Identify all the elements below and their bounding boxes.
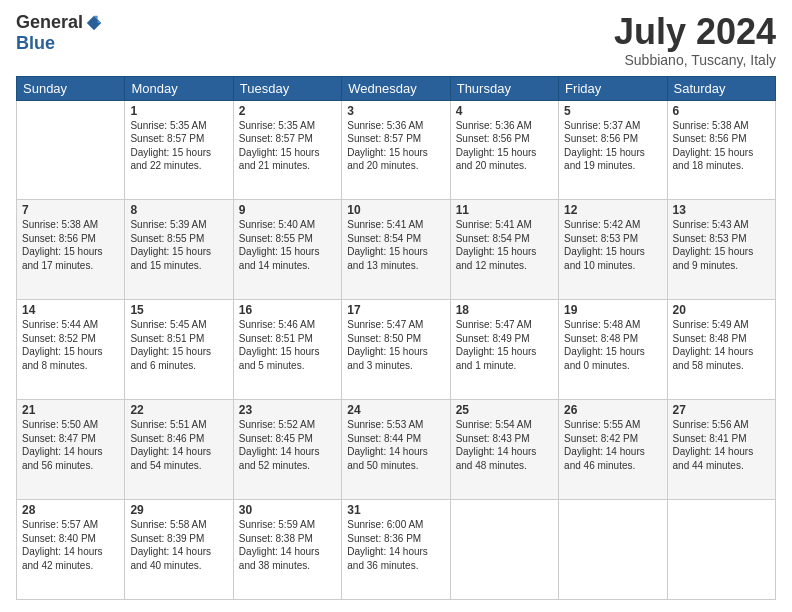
calendar-cell: 21Sunrise: 5:50 AMSunset: 8:47 PMDayligh…: [17, 400, 125, 500]
day-info: Sunrise: 5:43 AMSunset: 8:53 PMDaylight:…: [673, 218, 770, 272]
logo: General Blue: [16, 12, 103, 54]
day-number: 28: [22, 503, 119, 517]
day-number: 20: [673, 303, 770, 317]
day-number: 23: [239, 403, 336, 417]
day-info: Sunrise: 5:49 AMSunset: 8:48 PMDaylight:…: [673, 318, 770, 372]
day-info: Sunrise: 5:53 AMSunset: 8:44 PMDaylight:…: [347, 418, 444, 472]
day-number: 22: [130, 403, 227, 417]
day-number: 4: [456, 104, 553, 118]
calendar-cell: [667, 500, 775, 600]
day-info: Sunrise: 5:59 AMSunset: 8:38 PMDaylight:…: [239, 518, 336, 572]
day-info: Sunrise: 5:41 AMSunset: 8:54 PMDaylight:…: [347, 218, 444, 272]
day-info: Sunrise: 5:38 AMSunset: 8:56 PMDaylight:…: [673, 119, 770, 173]
day-info: Sunrise: 5:46 AMSunset: 8:51 PMDaylight:…: [239, 318, 336, 372]
calendar-cell: 29Sunrise: 5:58 AMSunset: 8:39 PMDayligh…: [125, 500, 233, 600]
day-info: Sunrise: 5:51 AMSunset: 8:46 PMDaylight:…: [130, 418, 227, 472]
calendar-cell: [17, 100, 125, 200]
day-info: Sunrise: 5:36 AMSunset: 8:56 PMDaylight:…: [456, 119, 553, 173]
day-number: 17: [347, 303, 444, 317]
day-number: 15: [130, 303, 227, 317]
day-number: 31: [347, 503, 444, 517]
day-number: 27: [673, 403, 770, 417]
day-info: Sunrise: 5:58 AMSunset: 8:39 PMDaylight:…: [130, 518, 227, 572]
calendar-cell: [559, 500, 667, 600]
calendar-cell: 31Sunrise: 6:00 AMSunset: 8:36 PMDayligh…: [342, 500, 450, 600]
day-number: 1: [130, 104, 227, 118]
page: General Blue July 2024 Subbiano, Tuscany…: [0, 0, 792, 612]
month-year: July 2024: [614, 12, 776, 52]
day-info: Sunrise: 5:36 AMSunset: 8:57 PMDaylight:…: [347, 119, 444, 173]
calendar-cell: 15Sunrise: 5:45 AMSunset: 8:51 PMDayligh…: [125, 300, 233, 400]
weekday-header-tuesday: Tuesday: [233, 76, 341, 100]
weekday-header-wednesday: Wednesday: [342, 76, 450, 100]
calendar-cell: 4Sunrise: 5:36 AMSunset: 8:56 PMDaylight…: [450, 100, 558, 200]
day-info: Sunrise: 5:44 AMSunset: 8:52 PMDaylight:…: [22, 318, 119, 372]
day-info: Sunrise: 5:52 AMSunset: 8:45 PMDaylight:…: [239, 418, 336, 472]
day-info: Sunrise: 5:40 AMSunset: 8:55 PMDaylight:…: [239, 218, 336, 272]
calendar-cell: 30Sunrise: 5:59 AMSunset: 8:38 PMDayligh…: [233, 500, 341, 600]
day-info: Sunrise: 6:00 AMSunset: 8:36 PMDaylight:…: [347, 518, 444, 572]
weekday-header-friday: Friday: [559, 76, 667, 100]
day-number: 25: [456, 403, 553, 417]
calendar-cell: 19Sunrise: 5:48 AMSunset: 8:48 PMDayligh…: [559, 300, 667, 400]
calendar-week-row: 14Sunrise: 5:44 AMSunset: 8:52 PMDayligh…: [17, 300, 776, 400]
calendar-week-row: 21Sunrise: 5:50 AMSunset: 8:47 PMDayligh…: [17, 400, 776, 500]
calendar-cell: 7Sunrise: 5:38 AMSunset: 8:56 PMDaylight…: [17, 200, 125, 300]
day-number: 12: [564, 203, 661, 217]
calendar-cell: 10Sunrise: 5:41 AMSunset: 8:54 PMDayligh…: [342, 200, 450, 300]
day-number: 19: [564, 303, 661, 317]
day-info: Sunrise: 5:47 AMSunset: 8:49 PMDaylight:…: [456, 318, 553, 372]
day-info: Sunrise: 5:50 AMSunset: 8:47 PMDaylight:…: [22, 418, 119, 472]
calendar-cell: 24Sunrise: 5:53 AMSunset: 8:44 PMDayligh…: [342, 400, 450, 500]
day-info: Sunrise: 5:57 AMSunset: 8:40 PMDaylight:…: [22, 518, 119, 572]
day-info: Sunrise: 5:45 AMSunset: 8:51 PMDaylight:…: [130, 318, 227, 372]
day-number: 18: [456, 303, 553, 317]
calendar-cell: 17Sunrise: 5:47 AMSunset: 8:50 PMDayligh…: [342, 300, 450, 400]
header: General Blue July 2024 Subbiano, Tuscany…: [16, 12, 776, 68]
calendar-cell: 5Sunrise: 5:37 AMSunset: 8:56 PMDaylight…: [559, 100, 667, 200]
logo-blue-text: Blue: [16, 33, 55, 54]
weekday-header-monday: Monday: [125, 76, 233, 100]
day-number: 5: [564, 104, 661, 118]
weekday-header-saturday: Saturday: [667, 76, 775, 100]
day-info: Sunrise: 5:35 AMSunset: 8:57 PMDaylight:…: [130, 119, 227, 173]
day-number: 24: [347, 403, 444, 417]
day-number: 8: [130, 203, 227, 217]
title-area: July 2024 Subbiano, Tuscany, Italy: [614, 12, 776, 68]
calendar-cell: 20Sunrise: 5:49 AMSunset: 8:48 PMDayligh…: [667, 300, 775, 400]
calendar-cell: 3Sunrise: 5:36 AMSunset: 8:57 PMDaylight…: [342, 100, 450, 200]
calendar-cell: 9Sunrise: 5:40 AMSunset: 8:55 PMDaylight…: [233, 200, 341, 300]
calendar-cell: 22Sunrise: 5:51 AMSunset: 8:46 PMDayligh…: [125, 400, 233, 500]
calendar-cell: 11Sunrise: 5:41 AMSunset: 8:54 PMDayligh…: [450, 200, 558, 300]
calendar-cell: 16Sunrise: 5:46 AMSunset: 8:51 PMDayligh…: [233, 300, 341, 400]
day-info: Sunrise: 5:42 AMSunset: 8:53 PMDaylight:…: [564, 218, 661, 272]
day-info: Sunrise: 5:54 AMSunset: 8:43 PMDaylight:…: [456, 418, 553, 472]
day-info: Sunrise: 5:41 AMSunset: 8:54 PMDaylight:…: [456, 218, 553, 272]
weekday-header-thursday: Thursday: [450, 76, 558, 100]
logo-icon: [85, 14, 103, 32]
day-info: Sunrise: 5:48 AMSunset: 8:48 PMDaylight:…: [564, 318, 661, 372]
calendar-cell: 8Sunrise: 5:39 AMSunset: 8:55 PMDaylight…: [125, 200, 233, 300]
day-number: 3: [347, 104, 444, 118]
day-number: 7: [22, 203, 119, 217]
day-info: Sunrise: 5:47 AMSunset: 8:50 PMDaylight:…: [347, 318, 444, 372]
day-info: Sunrise: 5:56 AMSunset: 8:41 PMDaylight:…: [673, 418, 770, 472]
day-number: 2: [239, 104, 336, 118]
calendar-cell: [450, 500, 558, 600]
weekday-header-sunday: Sunday: [17, 76, 125, 100]
calendar-cell: 25Sunrise: 5:54 AMSunset: 8:43 PMDayligh…: [450, 400, 558, 500]
day-number: 16: [239, 303, 336, 317]
day-info: Sunrise: 5:39 AMSunset: 8:55 PMDaylight:…: [130, 218, 227, 272]
calendar-cell: 14Sunrise: 5:44 AMSunset: 8:52 PMDayligh…: [17, 300, 125, 400]
day-number: 30: [239, 503, 336, 517]
calendar-week-row: 1Sunrise: 5:35 AMSunset: 8:57 PMDaylight…: [17, 100, 776, 200]
day-info: Sunrise: 5:38 AMSunset: 8:56 PMDaylight:…: [22, 218, 119, 272]
day-number: 13: [673, 203, 770, 217]
calendar-cell: 6Sunrise: 5:38 AMSunset: 8:56 PMDaylight…: [667, 100, 775, 200]
calendar-cell: 18Sunrise: 5:47 AMSunset: 8:49 PMDayligh…: [450, 300, 558, 400]
calendar-cell: 1Sunrise: 5:35 AMSunset: 8:57 PMDaylight…: [125, 100, 233, 200]
day-number: 6: [673, 104, 770, 118]
day-number: 29: [130, 503, 227, 517]
calendar-cell: 2Sunrise: 5:35 AMSunset: 8:57 PMDaylight…: [233, 100, 341, 200]
location: Subbiano, Tuscany, Italy: [614, 52, 776, 68]
